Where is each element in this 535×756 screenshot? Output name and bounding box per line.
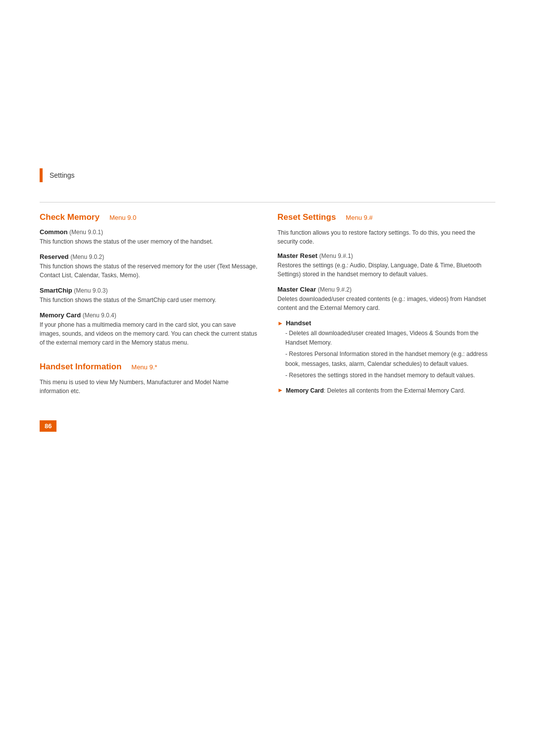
page-container: Settings Check Memory Menu 9.0 Common (M… [0,0,535,756]
check-memory-header: Check Memory Menu 9.0 [40,212,258,222]
handset-information-section: Handset Information Menu 9.* This menu i… [40,362,258,396]
handset-info-body: This menu is used to view My Numbers, Ma… [40,378,258,396]
reset-settings-section: Reset Settings Menu 9.# This function al… [277,212,495,395]
smartchip-subsection: SmartChip (Menu 9.0.3) This function sho… [40,287,258,304]
page-number-container: 86 [40,410,258,432]
common-menu: (Menu 9.0.1) [69,229,103,236]
reserved-title: Reserved [40,253,69,260]
page-number: 86 [40,420,56,432]
handset-bullet-title: Handset [286,319,311,327]
handset-bullet-item-2: - Restores Personal Information stored i… [285,350,495,368]
handset-info-menu: Menu 9.* [131,363,157,371]
handset-bullet-item-3: - Resetores the settings stored in the h… [285,371,495,380]
settings-header: Settings [40,168,495,187]
memory-card-body: If your phone has a multimedia memory ca… [40,320,258,347]
check-memory-title: Check Memory [40,212,100,222]
settings-bar-icon [40,168,43,182]
check-memory-menu: Menu 9.0 [109,214,136,221]
handset-bullet-section: ► Handset - Deletes all downloaded/user … [277,319,495,380]
common-subsection: Common (Menu 9.0.1) This function shows … [40,228,258,246]
reset-settings-title: Reset Settings [277,212,336,222]
reserved-subsection: Reserved (Menu 9.0.2) This function show… [40,253,258,280]
reset-intro: This function allows you to restore fact… [277,228,495,246]
handset-bullet-item-1: - Deletes all downloaded/user created Im… [285,329,495,348]
master-reset-menu: (Menu 9.#.1) [320,252,353,259]
memory-card-subsection: Memory Card (Menu 9.0.4) If your phone h… [40,311,258,347]
reset-settings-header: Reset Settings Menu 9.# [277,212,495,222]
reset-settings-menu: Menu 9.# [346,214,373,221]
handset-info-header: Handset Information Menu 9.* [40,362,258,372]
memory-card-bullet-arrow-icon: ► [277,387,283,394]
left-column: Check Memory Menu 9.0 Common (Menu 9.0.1… [40,212,258,432]
memory-card-bullet-section: ► Memory Card: Deletes all contents from… [277,386,495,395]
common-title: Common [40,228,67,236]
memory-card-bullet-row: ► Memory Card: Deletes all contents from… [277,386,495,395]
memory-card-bullet-text: Memory Card: Deletes all contents from t… [286,386,465,395]
handset-bullet-header: ► Handset [277,319,495,327]
top-divider [40,202,495,202]
right-column: Reset Settings Menu 9.# This function al… [277,212,495,432]
memory-card-title: Memory Card [40,311,81,319]
memory-card-menu: (Menu 9.0.4) [83,312,116,319]
reserved-menu: (Menu 9.0.2) [70,253,104,260]
content-area: Settings Check Memory Menu 9.0 Common (M… [0,168,535,432]
master-reset-subsection: Master Reset (Menu 9.#.1) Restores the s… [277,252,495,279]
handset-info-title: Handset Information [40,362,121,372]
common-body: This function shows the status of the us… [40,237,258,246]
master-clear-title: Master Clear [277,286,316,293]
master-reset-body: Restores the settings (e.g.: Audio, Disp… [277,261,495,279]
master-clear-menu: (Menu 9.#.2) [318,286,352,293]
smartchip-title: SmartChip [40,287,72,294]
master-clear-subsection: Master Clear (Menu 9.#.2) Deletes downlo… [277,286,495,312]
master-clear-body: Deletes downloaded/user created contents… [277,295,495,312]
settings-title: Settings [50,171,75,179]
reserved-body: This function shows the status of the re… [40,262,258,280]
memory-card-bullet-inline: : Deletes all contents from the External… [324,387,465,394]
smartchip-body: This function shows the status of the Sm… [40,296,258,304]
handset-bullet-arrow-icon: ► [277,320,283,327]
smartchip-menu: (Menu 9.0.3) [74,287,107,294]
memory-card-bullet-title: Memory Card [286,387,324,394]
handset-bullet-items: - Deletes all downloaded/user created Im… [285,329,495,380]
master-reset-title: Master Reset [277,252,318,259]
two-column-layout: Check Memory Menu 9.0 Common (Menu 9.0.1… [40,212,495,432]
